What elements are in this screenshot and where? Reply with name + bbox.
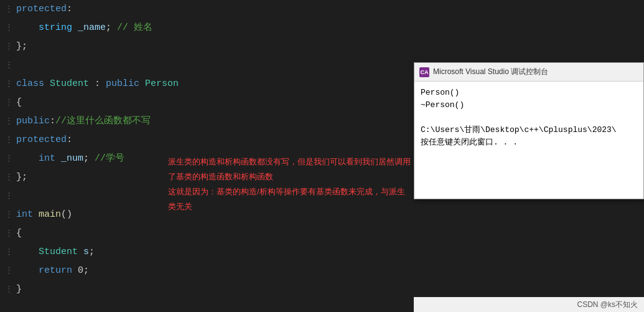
- type-int-main: int: [16, 206, 33, 224]
- gutter-10: ⋮: [5, 168, 16, 187]
- gutter-15: ⋮: [5, 262, 16, 280]
- var-s: s: [83, 243, 89, 262]
- console-line-5: 按任意键关闭此窗口. . .: [421, 136, 637, 149]
- annotation-line-3: 这就是因为：基类的构造/析构等操作要有基类函数来完成，与派生类无关: [168, 184, 411, 214]
- console-line-2: ~Person(): [421, 99, 637, 111]
- code-line-7: ⋮ public : //这里什么函数都不写: [5, 112, 417, 131]
- class-person: Person: [145, 75, 179, 93]
- code-line-3: ⋮ };: [5, 37, 417, 56]
- code-line-6: ⋮ {: [5, 93, 417, 112]
- gutter-8: ⋮: [5, 131, 16, 149]
- footer-label: CSDN @ks不知火: [577, 300, 638, 310]
- gutter-4: ⋮: [5, 56, 16, 75]
- gutter-14: ⋮: [5, 243, 16, 262]
- func-main: main: [39, 206, 61, 224]
- console-window: CA Microsoft Visual Studio 调试控制台 Person(…: [414, 62, 644, 199]
- code-line-13: ⋮ {: [5, 224, 417, 243]
- gutter-1: ⋮: [5, 0, 16, 19]
- console-titlebar: CA Microsoft Visual Studio 调试控制台: [414, 63, 643, 82]
- code-line-14: ⋮ Student s ;: [5, 243, 417, 262]
- gutter-9: ⋮: [5, 149, 16, 168]
- vs-icon: CA: [419, 67, 429, 77]
- console-line-1: Person(): [421, 87, 637, 99]
- type-int: int: [39, 149, 55, 168]
- footer-bar: CSDN @ks不知火: [414, 297, 644, 312]
- console-title: Microsoft Visual Studio 调试控制台: [433, 67, 548, 77]
- code-line-4: ⋮: [5, 56, 417, 75]
- type-student: Student: [39, 243, 78, 262]
- comment-public: //这里什么函数都不写: [55, 112, 151, 131]
- class-student: Student: [50, 75, 89, 93]
- var-name: _name: [78, 19, 106, 37]
- code-line-16: ⋮ }: [5, 280, 417, 299]
- gutter-7: ⋮: [5, 112, 16, 131]
- keyword-public2: public: [16, 112, 50, 131]
- comment-name: // 姓名: [117, 19, 152, 37]
- var-num: _num: [61, 149, 83, 168]
- keyword-public: public: [106, 75, 139, 93]
- code-line-15: ⋮ return 0;: [5, 262, 417, 280]
- console-line-3: [421, 111, 637, 124]
- gutter-2: ⋮: [5, 19, 16, 37]
- type-string: string: [39, 19, 72, 37]
- console-line-4: C:\Users\甘雨\Desktop\c++\Cplusplus\2023\: [421, 124, 637, 136]
- keyword-return: return: [39, 262, 72, 280]
- console-body: Person() ~Person() C:\Users\甘雨\Desktop\c…: [414, 82, 643, 199]
- code-line-1: ⋮ protected:: [5, 0, 417, 19]
- gutter-3: ⋮: [5, 37, 16, 56]
- keyword-protected: protected: [16, 0, 67, 19]
- annotation-line-1: 派生类的构造和析构函数都没有写，但是我们可以看到我们居然调用: [168, 154, 411, 169]
- gutter-13: ⋮: [5, 224, 16, 243]
- gutter-11: ⋮: [5, 187, 16, 206]
- annotation-line-2: 了基类的构造函数和析构函数: [168, 169, 411, 184]
- gutter-6: ⋮: [5, 93, 16, 112]
- gutter-5: ⋮: [5, 75, 16, 93]
- keyword-protected2: protected: [16, 131, 67, 149]
- gutter-12: ⋮: [5, 206, 16, 224]
- code-line-2: ⋮ string _name ; // 姓名: [5, 19, 417, 37]
- comment-num: //学号: [95, 149, 124, 168]
- code-line-5: ⋮ class Student : public Person: [5, 75, 417, 93]
- keyword-class: class: [16, 75, 44, 93]
- code-line-8: ⋮ protected :: [5, 131, 417, 149]
- annotation-block: 派生类的构造和析构函数都没有写，但是我们可以看到我们居然调用 了基类的构造函数和…: [168, 154, 411, 214]
- gutter-16: ⋮: [5, 280, 16, 299]
